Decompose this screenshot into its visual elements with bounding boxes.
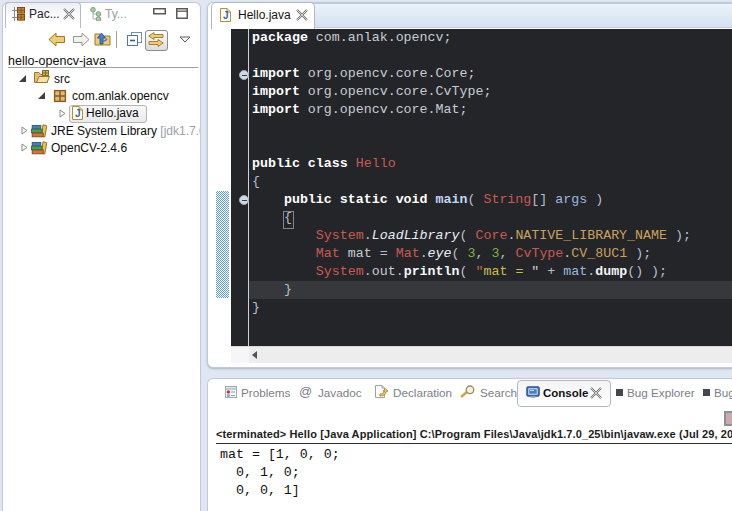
svg-text:J: J — [223, 10, 229, 21]
svg-text:J: J — [75, 108, 81, 119]
